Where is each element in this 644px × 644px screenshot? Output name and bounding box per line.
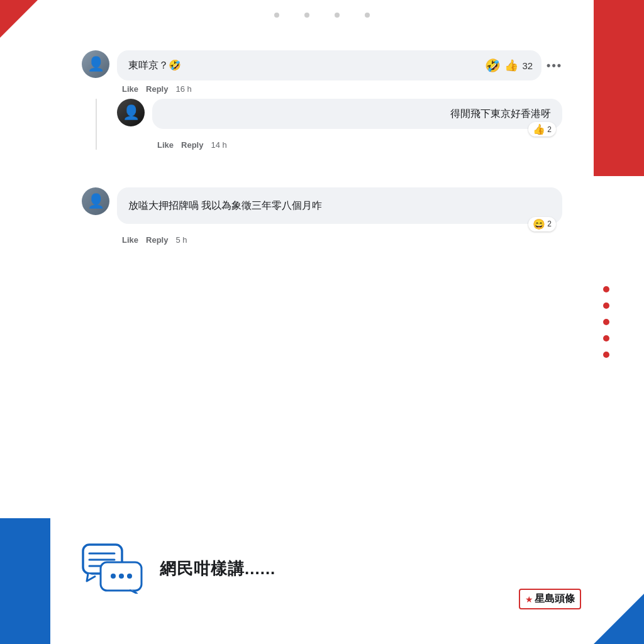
comment-1-reply-text: 得閒飛下東京好香港呀 [164,106,551,121]
main-card: 東咩京？🤣 🤣 👍 32 ••• Like R [50,25,594,619]
comment-1-content: 東咩京？🤣 🤣 👍 32 ••• Like R [117,50,562,94]
comment-2-reaction: 😄 2 [528,217,556,231]
comment-1-time: 16 h [175,84,191,94]
like-icon: 👍 [504,58,518,72]
comment-1-reactions: 🤣 👍 32 [485,58,533,73]
thread-line [96,99,97,150]
comment-2-count: 2 [547,219,552,228]
comment-1-reply-time: 14 h [211,140,226,150]
comment-1-avatar [82,50,109,78]
comment-1-reply-avatar [117,99,145,126]
comments-area: 東咩京？🤣 🤣 👍 32 ••• Like R [82,50,562,518]
top-dots-decoration [274,13,370,18]
logo-area: ★ 星島頭條 [519,589,581,609]
comment-1-reply-content: 得閒飛下東京好香港呀 👍 2 Like Reply 14 h [152,99,562,150]
comment-2-text: 放嗌大押招牌喎 我以為象徵三年零八個月咋 [128,197,551,214]
comment-1-menu[interactable]: ••• [547,59,562,72]
comment-2-bubble: 放嗌大押招牌喎 我以為象徵三年零八個月咋 [117,187,562,224]
chat-icon [82,543,145,594]
comment-1-actions: Like Reply 16 h [117,84,562,94]
comment-2-actions: Like Reply 5 h [117,235,562,245]
comment-2-reply-btn[interactable]: Reply [146,235,168,245]
logo-box: ★ 星島頭條 [519,589,581,609]
comment-1-count: 32 [522,60,533,71]
chat-icon-container [82,543,145,594]
corner-decoration-top-left [0,0,38,38]
svg-point-7 [127,574,132,579]
comment-2-time: 5 h [175,235,187,245]
corner-decoration-bottom-right [594,594,644,644]
like-emoji: 👍 [533,123,545,135]
logo-star: ★ [525,594,533,604]
comment-1-reply-reaction: 👍 2 [528,122,556,136]
bottom-label: 網民咁樣講...... [160,558,275,580]
comment-2-block: 放嗌大押招牌喎 我以為象徵三年零八個月咋 😄 2 Like Reply 5 h [82,187,562,245]
comment-2-like-btn[interactable]: Like [122,235,138,245]
corner-decoration-bottom-left [0,518,50,644]
corner-decoration-top-right [594,0,644,176]
comment-1-reply-thread: 得閒飛下東京好香港呀 👍 2 Like Reply 14 h [117,99,562,150]
comment-1-bubble-wrapper: 東咩京？🤣 🤣 👍 32 [117,50,541,80]
svg-point-6 [119,574,124,579]
comment-1-reply-bubble: 得閒飛下東京好香港呀 [152,99,562,129]
logo-text: 星島頭條 [535,592,575,606]
grin-emoji: 😄 [533,218,545,230]
spacer-1 [82,162,562,175]
comment-2-content: 放嗌大押招牌喎 我以為象徵三年零八個月咋 😄 2 Like Reply 5 h [117,187,562,245]
comment-1-reply-reply-btn[interactable]: Reply [181,140,203,150]
comment-1-reply-like-btn[interactable]: Like [157,140,174,150]
comment-1-reply-actions: Like Reply 14 h [152,140,562,150]
svg-point-5 [111,574,116,579]
comment-1-like-btn[interactable]: Like [122,84,138,94]
comment-2-avatar [82,187,109,215]
comment-1-text: 東咩京？🤣 [128,58,479,73]
laugh-emoji: 🤣 [485,58,501,73]
comment-1-block: 東咩京？🤣 🤣 👍 32 ••• Like R [82,50,562,94]
right-dots-decoration [603,286,609,358]
comment-1-bubble: 東咩京？🤣 🤣 👍 32 [117,50,541,80]
comment-1-reply-btn[interactable]: Reply [146,84,168,94]
bottom-section: 網民咁樣講...... [82,531,562,594]
comment-1-reply-count: 2 [547,125,552,134]
